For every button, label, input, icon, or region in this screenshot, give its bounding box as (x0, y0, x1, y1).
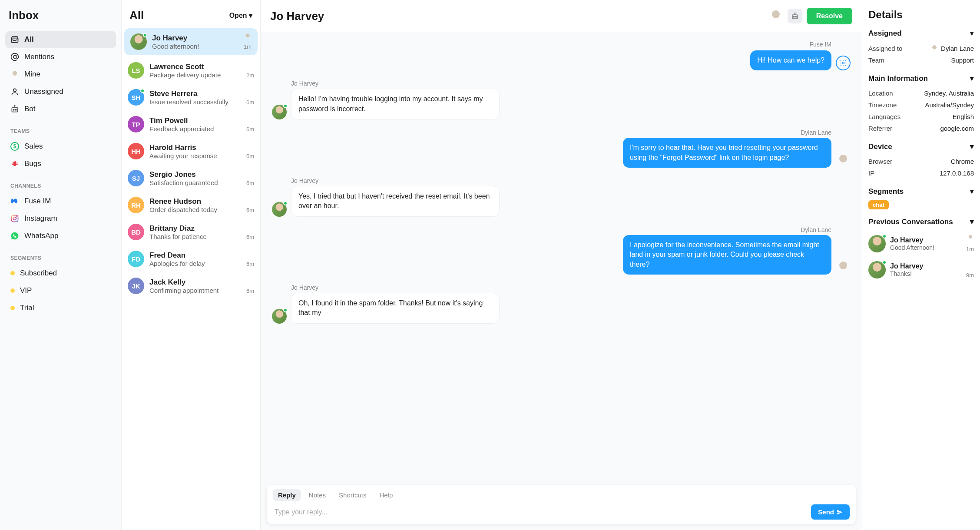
conversation-list-panel: All Open ▾ Jo HarveyGood afternoon! 1m L… (122, 0, 261, 530)
composer-tab-notes[interactable]: Notes (304, 489, 331, 501)
conversation-preview: Order dispatched today (149, 206, 239, 213)
message-bubble: Hi! How can we help? (750, 50, 831, 70)
svg-point-17 (17, 216, 17, 217)
conversation-item[interactable]: HH Harold HarrisAwaiting your response 6… (122, 138, 260, 165)
chevron-down-icon: ▾ (970, 29, 974, 38)
previous-conversation[interactable]: Jo HarveyThanks! 9m (868, 257, 974, 283)
composer-tab-shortcuts[interactable]: Shortcuts (334, 489, 371, 501)
nav-bot[interactable]: Bot (5, 100, 116, 118)
segment-trial[interactable]: Trial (5, 299, 116, 317)
details-title: Details (868, 9, 974, 21)
composer-tab-reply[interactable]: Reply (273, 489, 301, 501)
conversation-item[interactable]: Jo HarveyGood afternoon! 1m (124, 28, 258, 55)
conversation-preview: Thanks for patience (149, 233, 239, 240)
conv-filter-dropdown[interactable]: Open ▾ (229, 11, 252, 20)
chevron-down-icon: ▾ (970, 142, 974, 151)
segment-dot-icon (10, 271, 15, 275)
prev-time: 9m (966, 272, 974, 278)
segment-vip[interactable]: VIP (5, 282, 116, 299)
section-main-info[interactable]: Main Information▾ (868, 74, 974, 83)
message-sender: Dylan Lane (623, 226, 831, 233)
conversation-item[interactable]: SH Steve HerreraIssue resolved successfu… (122, 84, 260, 111)
detail-value: Syndey, Australia (924, 89, 974, 97)
conversation-preview: Awaiting your response (149, 152, 239, 159)
team-bugs[interactable]: Bugs (5, 155, 116, 172)
prev-name: Jo Harvey (890, 262, 962, 270)
conv-list-title: All (129, 9, 144, 22)
conversation-name: Fred Dean (149, 251, 239, 260)
prev-avatar (868, 261, 886, 278)
conversation-item[interactable]: SJ Sergio JonesSatisfaction guaranteed 6… (122, 165, 260, 192)
detail-row: Assigned toDylan Lane (868, 42, 974, 54)
assignee-mini-avatar (967, 234, 974, 241)
segment-chip[interactable]: chat (868, 200, 889, 209)
presence-indicator (283, 104, 288, 108)
team-sales[interactable]: $Sales (5, 138, 116, 155)
segment-subscribed[interactable]: Subscribed (5, 265, 116, 282)
conversation-avatar: JK (128, 278, 144, 294)
message-row: Jo HarveyOh, I found it in the spam fold… (272, 284, 851, 324)
user-icon (10, 87, 19, 96)
channel-fuse-im[interactable]: Fuse IM (5, 192, 116, 210)
conversation-item[interactable]: RH Renee HudsonOrder dispatched today 6m (122, 192, 260, 219)
conversation-preview: Feedback appreciated (149, 125, 239, 132)
teams-label: TEAMS (10, 128, 111, 134)
conversation-name: Renee Hudson (149, 197, 239, 206)
bug-icon (10, 159, 19, 168)
svg-point-5 (15, 109, 17, 110)
nav-mine[interactable]: Mine (5, 66, 116, 83)
conversation-time: 6m (246, 153, 254, 159)
conversation-item[interactable]: FD Fred DeanApologies for delay 6m (122, 245, 260, 272)
avatar-icon (930, 44, 938, 52)
section-assigned[interactable]: Assigned▾ (868, 29, 974, 38)
channel-whatsapp[interactable]: WhatsApp (5, 227, 116, 245)
segment-dot-icon (10, 288, 15, 293)
assignee-avatar[interactable] (768, 9, 783, 23)
section-prev-conv[interactable]: Previous Conversations▾ (868, 217, 974, 226)
segments-label: SEGMENTS (10, 255, 111, 261)
conversation-time: 6m (246, 99, 254, 106)
chevron-down-icon: ▾ (970, 74, 974, 83)
conversation-item[interactable]: TP Tim PowellFeedback appreciated 6m (122, 111, 260, 138)
nav-unassigned[interactable]: Unassigned (5, 83, 116, 100)
conversation-item[interactable]: BD Brittany DiazThanks for patience 6m (122, 219, 260, 245)
previous-conversation[interactable]: Jo HarveyGood Afternoon! 1m (868, 231, 974, 257)
composer-tab-help[interactable]: Help (374, 489, 398, 501)
channel-instagram[interactable]: Instagram (5, 210, 116, 227)
svg-point-7 (14, 106, 15, 106)
presence-indicator (140, 89, 145, 93)
message-row: Dylan LaneI apologize for the inconvenie… (272, 226, 851, 275)
message-row: Dylan LaneI'm sorry to hear that. Have y… (272, 129, 851, 168)
conversation-name: Jo Harvey (152, 34, 237, 43)
section-device[interactable]: Device▾ (868, 142, 974, 151)
resolve-button[interactable]: Resolve (807, 8, 852, 24)
dollar-icon: $ (10, 142, 19, 151)
conversation-avatar: HH (128, 143, 144, 159)
message-row: Jo HarveyHello! I'm having trouble loggi… (272, 80, 851, 119)
send-button[interactable]: Send (811, 504, 850, 520)
nav-label: Fuse IM (24, 197, 51, 205)
detail-value: google.com (940, 125, 974, 132)
section-segments[interactable]: Segments▾ (868, 187, 974, 196)
reply-input[interactable] (273, 505, 807, 520)
nav-label: Mine (24, 70, 40, 79)
at-icon (10, 53, 19, 61)
detail-value: 127.0.0.168 (940, 169, 974, 177)
conversation-name: Lawrence Scott (149, 63, 239, 71)
conversation-item[interactable]: LS Lawrence ScottPackage delivery update… (122, 57, 260, 84)
prev-msg: Good Afternoon! (890, 244, 962, 251)
tray-icon (10, 35, 19, 44)
detail-key: Browser (868, 158, 892, 165)
composer: ReplyNotesShortcutsHelp Send (267, 485, 856, 524)
nav-all[interactable]: All (5, 31, 116, 48)
chat-panel: Jo Harvey Resolve Fuse IM Hi! How can we… (261, 0, 862, 530)
assignee-mini-avatar (244, 33, 252, 40)
nav-mentions[interactable]: Mentions (5, 48, 116, 66)
conversation-item[interactable]: JK Jack KellyConfirming appointment 6m (122, 272, 260, 299)
detail-row: LanguagesEnglish (868, 111, 974, 123)
message-avatar (272, 202, 287, 217)
presence-indicator (143, 33, 147, 37)
message-avatar (272, 309, 287, 324)
details-panel: Details Assigned▾ Assigned toDylan LaneT… (862, 0, 980, 530)
bot-icon[interactable] (788, 9, 802, 23)
